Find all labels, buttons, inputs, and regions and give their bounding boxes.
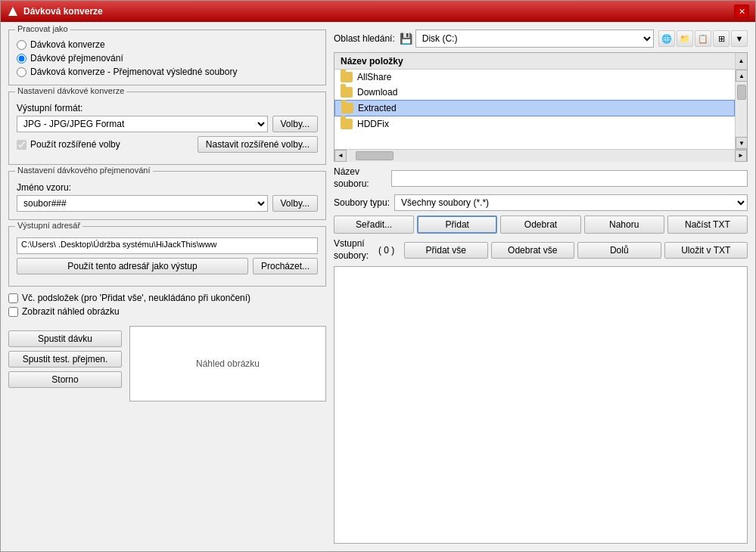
right-panel: Oblast hledání: 💾 Disk (C:) 🌐 📁 📋 ⊞ ▼ (334, 29, 748, 544)
name-pattern-select[interactable]: soubor### (17, 195, 268, 212)
radio-batch-rename-label: Dávkové přejmenování (30, 53, 123, 64)
dolu-button[interactable]: Dolů (577, 242, 661, 259)
main-window: Dávková konverze ✕ Pracovat jako Dávková… (0, 0, 756, 552)
scroll-up[interactable]: ▲ (736, 70, 747, 82)
vstupni-label: Vstupnísoubory: (334, 238, 375, 262)
ulozit-txt-button[interactable]: Uložit v TXT (664, 242, 748, 259)
rename-settings-group: Nastavení dávkového přejmenování Jméno v… (8, 171, 326, 220)
vstupni-count: ( 0 ) (378, 245, 401, 256)
rename-settings-title: Nastavení dávkového přejmenování (15, 166, 153, 175)
action-buttons-row1: Seřadit... Přidat Odebrat Nahoru Načíst … (334, 216, 748, 234)
include-subfolders-checkbox[interactable]: Vč. podsložek (pro 'Přidat vše', neuklád… (8, 293, 326, 303)
svg-marker-0 (8, 7, 17, 16)
output-dir-title: Výstupní adresář (15, 221, 82, 230)
include-subfolders-label: Vč. podsložek (pro 'Přidat vše', neuklád… (22, 293, 250, 303)
location-bar: Oblast hledání: 💾 Disk (C:) 🌐 📁 📋 ⊞ ▼ (334, 29, 748, 48)
title-bar: Dávková konverze ✕ (1, 1, 755, 22)
filename-label: Názevsouboru: (334, 166, 387, 190)
vertical-scrollbar: ▲ ▼ (735, 70, 747, 149)
filename-input[interactable] (391, 170, 748, 187)
use-extended-label: Použít rozšířené volby (30, 139, 120, 150)
run-batch-button[interactable]: Spustit dávku (8, 330, 122, 347)
filename-section: Názevsouboru: (334, 166, 748, 190)
file-browser-header-row: Název položky ▲ (334, 53, 747, 70)
advanced-settings-button[interactable]: Nastavit rozšířené volby... (198, 136, 318, 153)
left-panel: Pracovat jako Dávková konverze Dávkové p… (8, 29, 326, 544)
radio-batch-convert-label: Dávková konverze (30, 39, 105, 50)
action-buttons-row2: Vstupnísoubory: ( 0 ) Přidat vše Odebrat… (334, 238, 748, 262)
name-pattern-label: Jméno vzoru: (17, 182, 318, 193)
nav-icons: 🌐 📁 📋 ⊞ ▼ (658, 30, 748, 47)
scroll-right[interactable]: ► (735, 150, 747, 162)
file-name-download: Download (357, 87, 397, 98)
folder-icon-download (341, 87, 353, 98)
scroll-up-btn[interactable]: ▲ (735, 53, 747, 69)
close-button[interactable]: ✕ (734, 5, 749, 18)
radio-batch-rename[interactable]: Dávkové přejmenování (17, 53, 318, 64)
file-name-allshare: AllShare (357, 72, 391, 82)
folder-icon-extracted (341, 103, 353, 113)
scroll-down[interactable]: ▼ (736, 137, 747, 149)
odebrat-button[interactable]: Odebrat (500, 216, 580, 234)
show-preview-checkbox[interactable]: Zobrazit náhled obrázku (8, 306, 326, 317)
nav-more-btn[interactable]: ▼ (731, 30, 748, 47)
file-list: AllShare Download Extracted HDDFix (334, 70, 735, 149)
show-preview-label: Zobrazit náhled obrázku (22, 306, 120, 317)
pridat-button[interactable]: Přidat (417, 216, 497, 234)
action-buttons-sub-row2: Přidat vše Odebrat vše Dolů Uložit v TXT (404, 242, 748, 259)
format-select[interactable]: JPG - JPG/JPEG Format (17, 116, 268, 132)
radio-batch-convert[interactable]: Dávková konverze (17, 39, 318, 50)
work-as-group: Pracovat jako Dávková konverze Dávkové p… (8, 29, 326, 85)
file-browser-col-name: Název položky (334, 56, 735, 67)
file-item-extracted[interactable]: Extracted (334, 100, 735, 116)
horizontal-scrollbar: ◄ ► (334, 149, 747, 161)
use-extended-checkbox[interactable]: Použít rozšířené volby (17, 139, 120, 150)
file-name-hddfix: HDDFix (357, 119, 389, 129)
image-preview-box: Náhled obrázku (129, 326, 326, 402)
nav-forward-btn[interactable]: 📁 (677, 30, 693, 47)
app-icon (7, 5, 19, 17)
nacist-txt-button[interactable]: Načíst TXT (667, 216, 748, 234)
output-dir-group: Výstupní adresář C:\Users\ .Desktop\Údrž… (8, 226, 326, 287)
location-select[interactable]: Disk (C:) (415, 29, 654, 48)
odebrat-vse-button[interactable]: Odebrat vše (491, 242, 575, 259)
extra-checkboxes: Vč. podsložek (pro 'Přidat vše', neuklád… (8, 293, 326, 317)
nav-refresh-btn[interactable]: 📋 (695, 30, 711, 47)
radio-batch-convert-rename[interactable]: Dávková konverze - Přejmenovat výsledné … (17, 67, 318, 77)
run-test-button[interactable]: Spustit test. přejmen. (8, 351, 122, 367)
filetype-label: Soubory typu: (334, 197, 390, 208)
scroll-thumb-v[interactable] (737, 85, 746, 100)
file-item-hddfix[interactable]: HDDFix (334, 116, 735, 132)
disk-icon: 💾 (400, 33, 412, 45)
file-item-download[interactable]: Download (334, 85, 735, 100)
file-item-allshare[interactable]: AllShare (334, 70, 735, 85)
file-name-extracted: Extracted (358, 103, 397, 113)
preview-label: Náhled obrázku (196, 358, 260, 369)
volby-button[interactable]: Volby... (272, 116, 318, 132)
batch-settings-title: Nastavení dávkové konverze (15, 86, 126, 95)
use-output-button[interactable]: Použít tento adresář jako výstup (17, 258, 248, 274)
action-buttons: Spustit dávku Spustit test. přejmen. Sto… (8, 330, 122, 388)
scroll-left[interactable]: ◄ (334, 150, 347, 162)
nav-grid-btn[interactable]: ⊞ (713, 30, 730, 47)
nahoru-button[interactable]: Nahoru (584, 216, 664, 234)
cancel-button[interactable]: Storno (8, 371, 122, 388)
work-as-radio-group: Dávková konverze Dávkové přejmenování Dá… (17, 36, 318, 77)
pridat-vse-button[interactable]: Přidat vše (404, 242, 488, 259)
output-path: C:\Users\ .Desktop\Údržba systému\HiJack… (17, 237, 318, 254)
filetype-section: Soubory typu: Všechny soubory (*.*) (334, 194, 748, 211)
bottom-row: Spustit dávku Spustit test. přejmen. Sto… (8, 326, 326, 544)
folder-icon-hddfix (341, 119, 353, 129)
file-list-area: AllShare Download Extracted HDDFix (334, 70, 747, 149)
scroll-thumb-h[interactable] (356, 151, 394, 160)
seradit-button[interactable]: Seřadit... (334, 216, 414, 234)
folder-icon (341, 72, 353, 82)
input-files-area (334, 266, 748, 544)
file-browser: Název položky ▲ AllShare Download (334, 52, 748, 162)
browse-button[interactable]: Procházet... (253, 258, 318, 274)
window-title: Dávková konverze (23, 6, 103, 17)
rename-volby-button[interactable]: Volby... (272, 195, 318, 212)
filetype-select[interactable]: Všechny soubory (*.*) (394, 194, 748, 211)
location-label: Oblast hledání: (334, 33, 395, 44)
nav-back-btn[interactable]: 🌐 (658, 30, 675, 47)
